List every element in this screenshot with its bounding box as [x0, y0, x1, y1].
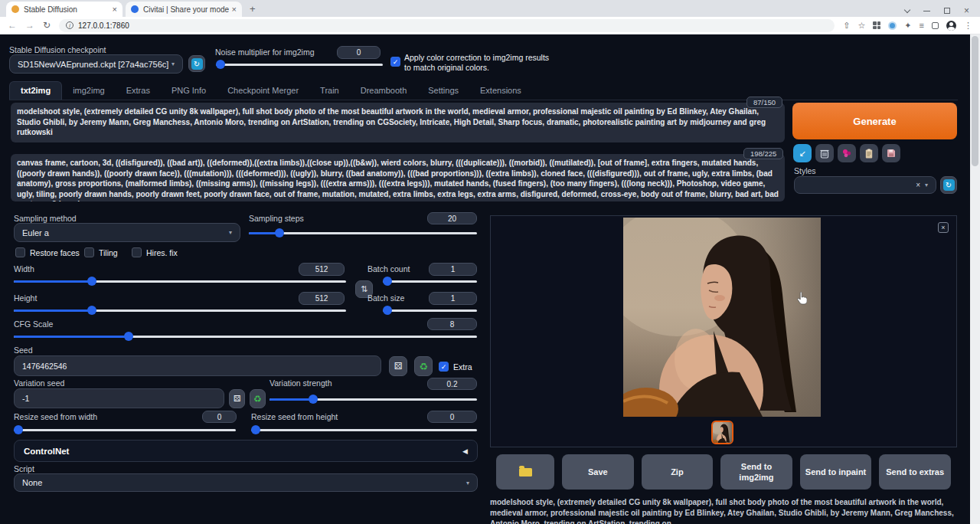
save-button[interactable]: Save — [562, 454, 634, 490]
maximize-icon[interactable] — [944, 8, 950, 14]
slider-handle[interactable] — [251, 425, 260, 434]
extension-grid-icon[interactable] — [873, 21, 880, 29]
send-to-inpaint-button[interactable]: Send to inpaint — [800, 454, 872, 490]
tab-png-info[interactable]: PNG Info — [161, 82, 217, 100]
variation-seed-input[interactable]: -1 — [14, 388, 224, 408]
checkpoint-dropdown[interactable]: SD15NewVAEpruned.ckpt [27a4ac756c] ▾ — [9, 54, 183, 74]
share-icon[interactable]: ⇧ — [843, 21, 850, 31]
seed-input[interactable]: 1476462546 — [14, 355, 381, 376]
slider-handle[interactable] — [87, 277, 96, 286]
noise-multiplier-value[interactable]: 0 — [337, 46, 381, 59]
new-tab-button[interactable]: + — [250, 3, 256, 15]
extra-networks-button[interactable] — [838, 144, 856, 162]
cfg-scale-value[interactable]: 8 — [427, 318, 477, 330]
save-style-button[interactable] — [882, 144, 900, 162]
width-slider[interactable] — [14, 277, 346, 286]
clear-prompt-button[interactable] — [815, 144, 834, 162]
batch-size-slider[interactable] — [383, 306, 477, 315]
slider-handle[interactable] — [14, 425, 23, 434]
tab-extras[interactable]: Extras — [116, 82, 161, 100]
tab-txt2img[interactable]: txt2img — [9, 81, 62, 100]
variation-strength-value[interactable]: 0.2 — [427, 378, 477, 390]
height-slider[interactable] — [14, 306, 346, 315]
close-icon[interactable]: × — [964, 8, 969, 14]
resize-seed-width-slider[interactable] — [14, 425, 236, 434]
height-value[interactable]: 512 — [299, 292, 345, 305]
batch-size-value[interactable]: 1 — [429, 292, 477, 305]
resize-seed-height-value[interactable]: 0 — [427, 411, 477, 423]
window-menu-icon[interactable] — [904, 6, 910, 12]
generated-image[interactable] — [623, 218, 821, 417]
refresh-styles-button[interactable]: ↻ — [940, 176, 957, 194]
slider-handle[interactable] — [309, 395, 318, 404]
browser-menu-icon[interactable]: ⋮ — [964, 21, 972, 31]
site-info-icon[interactable]: i — [66, 21, 74, 29]
extra-checkbox[interactable]: ✓ — [439, 362, 449, 372]
styles-dropdown[interactable]: × ▾ — [794, 176, 936, 194]
slider-handle[interactable] — [383, 277, 392, 286]
back-icon[interactable]: ← — [8, 20, 17, 31]
prompt-textarea[interactable]: modelshoot style, (extremely detailed CG… — [11, 103, 785, 142]
browser-tab-civitai[interactable]: Civitai | Share your models × — [126, 2, 242, 17]
sampling-method-dropdown[interactable]: Euler a ▾ — [14, 223, 240, 242]
side-panel-icon[interactable] — [932, 22, 939, 29]
extension-blue-icon[interactable] — [888, 21, 897, 30]
slider-handle[interactable] — [383, 306, 392, 315]
gallery-close-button[interactable]: × — [938, 222, 949, 233]
address-bar[interactable]: i 127.0.0.1:7860 — [59, 19, 835, 32]
tiling-checkbox[interactable] — [84, 247, 94, 257]
minimize-icon[interactable] — [923, 11, 930, 11]
tab-extensions[interactable]: Extensions — [469, 82, 532, 100]
random-seed-button[interactable]: ⚄ — [389, 356, 407, 376]
clear-styles-icon[interactable]: × — [916, 181, 920, 189]
open-folder-button[interactable] — [496, 454, 554, 490]
hires-fix-checkbox[interactable] — [132, 247, 142, 257]
apply-style-button[interactable] — [860, 144, 878, 162]
generate-button[interactable]: Generate — [792, 103, 957, 139]
scrollbar-thumb[interactable] — [972, 36, 978, 166]
tab-train[interactable]: Train — [309, 82, 350, 100]
gallery-thumbnail[interactable] — [711, 421, 733, 444]
tab-close-icon[interactable]: × — [113, 5, 117, 14]
page-scrollbar[interactable] — [970, 34, 980, 524]
refresh-checkpoints-button[interactable]: ↻ — [188, 55, 205, 72]
bookmark-star-icon[interactable]: ☆ — [858, 21, 865, 31]
color-correction-checkbox[interactable]: ✓ — [390, 57, 400, 67]
width-value[interactable]: 512 — [299, 263, 345, 276]
cfg-scale-slider[interactable] — [14, 332, 477, 341]
script-dropdown[interactable]: None ▾ — [14, 473, 478, 492]
noise-multiplier-slider[interactable] — [216, 60, 383, 69]
resize-seed-width-value[interactable]: 0 — [202, 411, 237, 423]
zip-button[interactable]: Zip — [642, 454, 714, 490]
extensions-puzzle-icon[interactable]: ✦ — [904, 21, 911, 31]
sampling-steps-slider[interactable] — [249, 228, 477, 237]
reuse-variation-seed-button[interactable]: ♻ — [250, 389, 266, 408]
paste-generation-params-button[interactable]: ↙ — [793, 144, 812, 162]
variation-strength-slider[interactable] — [270, 395, 477, 404]
tab-img2img[interactable]: img2img — [62, 82, 116, 100]
reload-icon[interactable]: ↻ — [43, 20, 51, 31]
slider-handle[interactable] — [87, 306, 96, 315]
tab-checkpoint-merger[interactable]: Checkpoint Merger — [217, 82, 309, 100]
sampling-steps-value[interactable]: 20 — [427, 212, 477, 224]
negative-prompt-textarea[interactable]: canvas frame, cartoon, 3d, ((disfigured)… — [11, 154, 785, 201]
slider-handle[interactable] — [124, 332, 133, 341]
restore-faces-checkbox[interactable] — [15, 247, 25, 257]
tab-close-icon[interactable]: × — [232, 5, 237, 14]
slider-handle[interactable] — [275, 228, 284, 237]
browser-tab-stable-diffusion[interactable]: Stable Diffusion × — [6, 2, 122, 17]
send-to-extras-button[interactable]: Send to extras — [879, 454, 951, 490]
forward-icon[interactable]: → — [25, 20, 34, 31]
send-to-img2img-button[interactable]: Send to img2img — [720, 454, 792, 490]
tab-dreambooth[interactable]: Dreambooth — [350, 82, 418, 100]
profile-avatar[interactable] — [946, 21, 956, 31]
batch-count-value[interactable]: 1 — [429, 263, 477, 276]
resize-seed-height-slider[interactable] — [251, 425, 477, 434]
slider-handle[interactable] — [216, 60, 225, 69]
batch-count-slider[interactable] — [383, 277, 477, 286]
tab-settings[interactable]: Settings — [417, 82, 469, 100]
reuse-seed-button[interactable]: ♻ — [414, 356, 433, 376]
controlnet-accordion[interactable]: ControlNet ◀ — [14, 440, 478, 462]
reading-list-icon[interactable]: ≡ — [920, 21, 924, 30]
random-variation-seed-button[interactable]: ⚄ — [229, 389, 245, 408]
